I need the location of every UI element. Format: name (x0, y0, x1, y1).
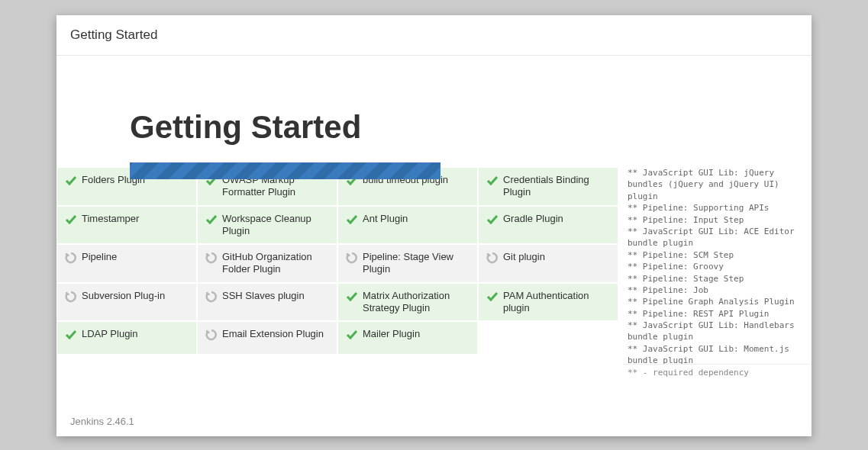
plugin-item: Git plugin (478, 244, 618, 283)
plugin-label: Mailer Plugin (363, 328, 420, 340)
log-line: ** Pipeline: REST API Plugin (626, 308, 808, 320)
loading-icon (65, 291, 77, 303)
plugin-label: Gradle Plugin (503, 213, 563, 225)
plugin-label: Subversion Plug-in (82, 290, 165, 302)
page-title: Getting Started (130, 109, 361, 146)
plugin-item: Mailer Plugin (337, 321, 478, 355)
plugin-item: LDAP Plugin (56, 321, 197, 355)
log-line: ** Pipeline Graph Analysis Plugin (626, 296, 808, 307)
plugin-label: SSH Slaves plugin (222, 290, 305, 302)
check-icon (65, 329, 77, 341)
check-icon (346, 329, 358, 341)
install-log-legend: ** - required dependency (623, 364, 812, 381)
check-icon (346, 291, 358, 303)
plugin-item: Email Extension Plugin (197, 321, 337, 355)
loading-icon (346, 252, 358, 264)
plugin-label: Git plugin (503, 251, 545, 263)
plugin-item: GitHub Organization Folder Plugin (197, 244, 337, 283)
log-line: ** Pipeline: Groovy (626, 261, 808, 272)
check-icon (205, 214, 218, 226)
plugin-item: Matrix Authorization Strategy Plugin (337, 283, 478, 322)
plugin-item: Subversion Plug-in (56, 283, 197, 322)
plugin-label: Timestamper (82, 213, 139, 225)
plugin-item: SSH Slaves plugin (197, 283, 337, 322)
plugin-item: Ant Plugin (337, 206, 478, 245)
plugin-item: PAM Authentication plugin (478, 283, 618, 322)
plugin-item: Workspace Cleanup Plugin (197, 206, 337, 245)
footer-version: Jenkins 2.46.1 (56, 407, 812, 436)
check-icon (486, 214, 499, 226)
log-line: ** JavaScript GUI Lib: ACE Editor bundle… (626, 226, 808, 249)
log-line: ** Pipeline: Stage Step (626, 273, 808, 284)
log-line: ** JavaScript GUI Lib: jQuery bundles (j… (626, 167, 808, 202)
plugin-item: Gradle Plugin (478, 206, 618, 245)
plugin-label: Workspace Cleanup Plugin (222, 213, 331, 238)
log-line: ** Pipeline: SCM Step (626, 249, 808, 261)
check-icon (65, 214, 77, 226)
loading-icon (65, 252, 77, 264)
plugin-item: Pipeline: Stage View Plugin (337, 244, 478, 283)
log-line: ** Pipeline: Input Step (626, 214, 808, 226)
log-line: ** JavaScript GUI Lib: Handlebars bundle… (626, 320, 808, 343)
plugin-item: Credentials Binding Plugin (478, 167, 618, 206)
plugin-grid: Folders PluginOWASP Markup Formatter Plu… (56, 167, 621, 355)
plugin-label: Matrix Authorization Strategy Plugin (363, 290, 471, 315)
plugin-label: Credentials Binding Plugin (503, 174, 611, 199)
loading-icon (205, 329, 218, 341)
plugin-label: LDAP Plugin (82, 328, 137, 340)
plugin-label: Ant Plugin (363, 213, 408, 225)
loading-icon (486, 252, 499, 264)
plugin-label: GitHub Organization Folder Plugin (222, 251, 331, 276)
plugin-item: Pipeline (56, 244, 197, 283)
check-icon (486, 175, 499, 187)
check-icon (486, 291, 499, 303)
setup-wizard-modal: Getting Started Getting Started Folders … (56, 15, 812, 436)
plugin-label: Pipeline: Stage View Plugin (363, 251, 471, 276)
plugin-item: Timestamper (56, 206, 197, 245)
loading-icon (205, 291, 218, 303)
install-progress-bar (130, 162, 440, 179)
log-line: ** Pipeline: Job (626, 284, 808, 296)
modal-body: Getting Started Folders PluginOWASP Mark… (56, 56, 812, 436)
plugin-label: PAM Authentication plugin (503, 290, 611, 315)
loading-icon (205, 252, 218, 264)
log-line: ** Pipeline: Supporting APIs (626, 202, 808, 214)
check-icon (65, 175, 77, 187)
modal-header-title: Getting Started (56, 15, 812, 56)
plugin-label: Email Extension Plugin (222, 328, 324, 340)
plugin-label: Pipeline (82, 251, 117, 263)
check-icon (346, 214, 358, 226)
